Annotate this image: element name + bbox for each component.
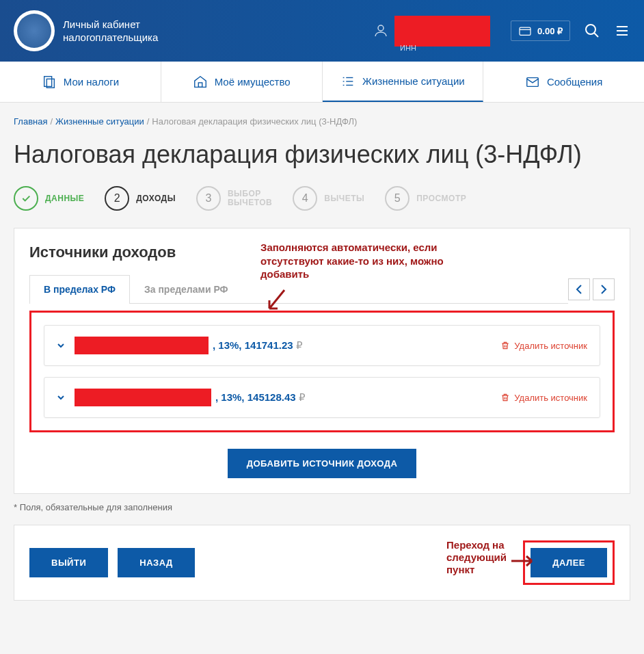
nav-tab-taxes[interactable]: Мои налоги	[0, 62, 161, 102]
app-title-line1: Личный кабинет	[63, 18, 158, 31]
step-income[interactable]: 2 ДОХОДЫ	[105, 186, 176, 211]
chevron-down-icon[interactable]	[57, 393, 65, 402]
taxes-icon	[42, 75, 57, 90]
next-button[interactable]: ДАЛЕЕ	[531, 548, 607, 577]
messages-icon	[525, 75, 540, 90]
step-deductions[interactable]: 4 ВЫЧЕТЫ	[293, 186, 364, 211]
step-label: ВЫБОРВЫЧЕТОВ	[228, 189, 272, 207]
nav-tab-label: Мои налоги	[64, 76, 119, 88]
svg-rect-16	[527, 77, 539, 86]
delete-source-link[interactable]: Удалить источник	[500, 341, 587, 351]
income-source-item[interactable]: , 13%, 141741.23₽ Удалить источник	[44, 325, 600, 366]
logo-block: Личный кабинет налогоплательщика	[14, 10, 158, 51]
balance-amount: 0.00 ₽	[537, 26, 563, 36]
trash-icon	[500, 393, 510, 402]
chevron-right-icon	[600, 284, 608, 295]
delete-source-link[interactable]: Удалить источник	[500, 393, 587, 403]
user-block: ИНН	[373, 16, 490, 47]
nav-tab-label: Сообщения	[547, 76, 602, 88]
app-title-line2: налогоплательщика	[63, 31, 158, 44]
redacted-username	[394, 16, 490, 47]
sources-highlight-box: , 13%, 141741.23₽ Удалить источник , 13%…	[29, 311, 615, 432]
nav-tab-messages[interactable]: Сообщения	[483, 62, 644, 102]
add-button-row: ДОБАВИТЬ ИСТОЧНИК ДОХОДА	[29, 449, 615, 478]
step-deduction-choice[interactable]: 3 ВЫБОРВЫЧЕТОВ	[196, 186, 272, 211]
nav-tab-property[interactable]: Моё имущество	[161, 62, 323, 102]
step-label: ДАННЫЕ	[45, 194, 84, 203]
check-icon	[21, 193, 31, 204]
step-circle: 3	[196, 186, 221, 211]
next-arrow[interactable]	[593, 278, 615, 300]
step-circle: 2	[105, 186, 129, 211]
step-label: ДОХОДЫ	[136, 194, 176, 203]
header-right: 0.00 ₽	[511, 21, 630, 41]
annotation-autofill: Заполняются автоматически, если отсутств…	[260, 241, 452, 281]
balance-block[interactable]: 0.00 ₽	[511, 21, 570, 41]
arrow-annotation-icon	[510, 553, 537, 569]
source-rate: , 13%, 145128.43₽	[215, 391, 306, 404]
exit-button[interactable]: ВЫЙТИ	[29, 548, 108, 577]
nav-tab-situations[interactable]: Жизненные ситуации	[323, 62, 484, 102]
annotation-next: Переход наследующийпункт	[446, 539, 507, 576]
menu-icon[interactable]	[614, 23, 630, 39]
user-icon	[373, 23, 389, 39]
chevron-down-icon[interactable]	[57, 341, 65, 350]
content: Главная/Жизненные ситуации/Налоговая дек…	[0, 103, 644, 614]
bottom-bar: ВЫЙТИ НАЗАД Переход наследующийпункт ДАЛ…	[14, 525, 630, 601]
search-icon[interactable]	[584, 23, 600, 39]
step-review[interactable]: 5 ПРОСМОТР	[385, 186, 466, 211]
app-header: Личный кабинет налогоплательщика ИНН 0.0…	[0, 0, 644, 62]
step-circle: 4	[293, 186, 317, 211]
delete-label: Удалить источник	[514, 393, 587, 403]
add-source-button[interactable]: ДОБАВИТЬ ИСТОЧНИК ДОХОДА	[228, 449, 417, 478]
nav-tab-label: Моё имущество	[215, 76, 291, 88]
emblem-icon	[14, 10, 55, 51]
main-nav: Мои налоги Моё имущество Жизненные ситуа…	[0, 62, 644, 103]
breadcrumb-home[interactable]: Главная	[14, 116, 47, 127]
wallet-icon	[518, 25, 532, 36]
svg-point-2	[586, 25, 595, 34]
breadcrumb-current: Налоговая декларация физических лиц (3-Н…	[152, 116, 357, 127]
trash-icon	[500, 341, 510, 350]
svg-rect-9	[198, 82, 202, 86]
svg-rect-1	[520, 27, 531, 35]
tab-foreign[interactable]: За пределами РФ	[130, 275, 243, 303]
page-title: Налоговая декларация физических лиц (3-Н…	[14, 140, 630, 169]
arrow-annotation-icon	[264, 287, 291, 314]
step-circle: 5	[385, 186, 410, 211]
svg-line-3	[594, 33, 598, 37]
stepper: ДАННЫЕ 2 ДОХОДЫ 3 ВЫБОРВЫЧЕТОВ 4 ВЫЧЕТЫ …	[14, 186, 630, 211]
redacted-source-name	[75, 337, 209, 354]
redacted-source-name	[75, 389, 211, 406]
app-title: Личный кабинет налогоплательщика	[63, 18, 158, 44]
tab-nav-arrows	[568, 278, 615, 300]
tab-rf[interactable]: В пределах РФ	[29, 275, 130, 304]
back-button[interactable]: НАЗАД	[118, 548, 195, 577]
svg-rect-7	[44, 76, 51, 86]
income-source-item[interactable]: , 13%, 145128.43₽ Удалить источник	[44, 377, 600, 418]
inn-label: ИНН	[400, 44, 416, 52]
step-data[interactable]: ДАННЫЕ	[14, 186, 84, 211]
situations-icon	[340, 74, 355, 89]
step-circle	[14, 186, 38, 211]
required-footnote: * Поля, обязательные для заполнения	[14, 502, 630, 512]
income-panel: Источники доходов Заполняются автоматиче…	[14, 228, 630, 494]
nav-tab-label: Жизненные ситуации	[362, 75, 465, 87]
svg-point-0	[378, 25, 384, 31]
step-label: ВЫЧЕТЫ	[324, 194, 364, 203]
prev-arrow[interactable]	[568, 278, 590, 300]
breadcrumb: Главная/Жизненные ситуации/Налоговая дек…	[14, 116, 630, 127]
delete-label: Удалить источник	[514, 341, 587, 351]
step-label: ПРОСМОТР	[416, 194, 466, 203]
breadcrumb-section[interactable]: Жизненные ситуации	[55, 116, 144, 127]
source-rate: , 13%, 141741.23₽	[213, 339, 303, 352]
chevron-left-icon	[575, 284, 583, 295]
property-icon	[193, 75, 208, 90]
